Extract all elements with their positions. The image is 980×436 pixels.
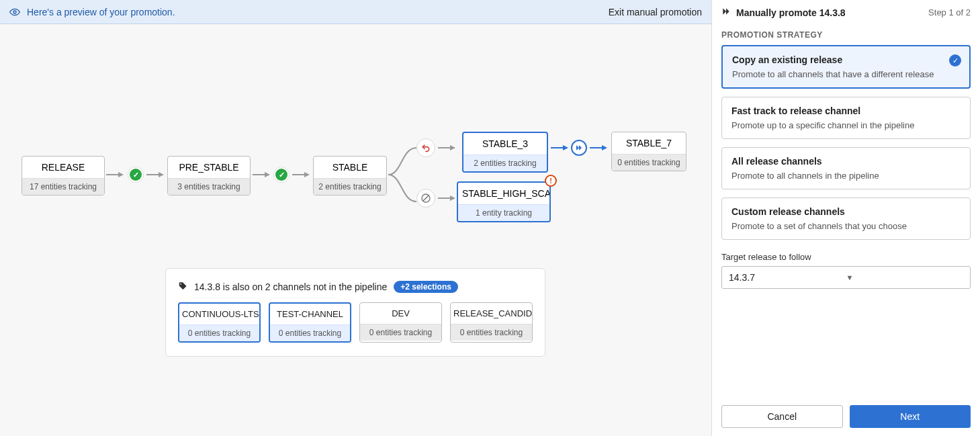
channel-chip-sub: 0 entities tracking [451, 324, 532, 341]
node-stable-3[interactable]: STABLE_3 2 entities tracking [462, 132, 548, 173]
target-release-value: 14.3.7 [729, 272, 846, 283]
node-stable-high-scale-name: STABLE_HIGH_SCALE [458, 183, 549, 204]
node-stable-7-name: STABLE_7 [612, 132, 686, 154]
strategy-option-desc: Promote to all channels that have a diff… [732, 69, 960, 79]
channel-chip-name: DEV [360, 303, 441, 324]
svg-marker-20 [450, 195, 455, 201]
svg-marker-6 [265, 172, 270, 177]
tag-icon [178, 281, 187, 293]
strategy-option-desc: Promote up to a specific channel in the … [731, 120, 961, 130]
node-release-sub: 17 entities tracking [22, 178, 104, 195]
node-pre-stable-sub: 3 entities tracking [168, 178, 250, 195]
target-release-label: Target release to follow [712, 240, 980, 266]
channel-chip-name: RELEASE_CANDIDATE [451, 303, 532, 324]
node-stable[interactable]: STABLE 2 entities tracking [313, 156, 387, 195]
svg-marker-16 [602, 145, 607, 150]
node-pre-stable-name: PRE_STABLE [168, 157, 250, 178]
strategy-option-title: All release channels [731, 156, 961, 167]
selections-badge: +2 selections [394, 281, 458, 293]
promotion-sidebar: Manually promote 14.3.8 Step 1 of 2 PROM… [711, 0, 980, 436]
node-stable-name: STABLE [314, 157, 386, 178]
channel-chip[interactable]: RELEASE_CANDIDATE0 entities tracking [450, 302, 533, 343]
svg-marker-22 [726, 8, 729, 14]
channel-chip-sub: 0 entities tracking [270, 324, 350, 341]
sidebar-title: Manually promote 14.3.8 [736, 7, 923, 18]
svg-point-0 [13, 11, 16, 13]
cancel-button[interactable]: Cancel [721, 405, 843, 428]
svg-marker-13 [576, 145, 579, 150]
svg-marker-4 [159, 172, 164, 177]
svg-marker-21 [723, 8, 726, 14]
node-stable-3-name: STABLE_3 [463, 133, 547, 155]
preview-banner: Here's a preview of your promotion. Exit… [0, 0, 711, 24]
no-entry-icon [416, 189, 435, 208]
extra-channels-box: 14.3.8 is also on 2 channels not in the … [165, 268, 545, 357]
strategy-option[interactable]: Custom release channelsPromote to a set … [721, 198, 971, 240]
strategy-option[interactable]: Copy an existing releasePromote to all c… [721, 45, 971, 89]
sidebar-step: Step 1 of 2 [928, 7, 971, 17]
channel-chip[interactable]: TEST-CHANNEL0 entities tracking [269, 302, 351, 343]
svg-marker-2 [118, 172, 124, 177]
channel-chip-name: TEST-CHANNEL [270, 304, 350, 324]
alert-icon: ! [545, 175, 557, 187]
banner-text: Here's a preview of your promotion. [27, 7, 609, 17]
strategy-option-title: Copy an existing release [732, 54, 960, 65]
strategy-option-desc: Promote to all channels in the pipeline [731, 171, 961, 181]
fast-forward-icon[interactable] [571, 140, 587, 156]
strategy-option-title: Custom release channels [731, 206, 961, 217]
extra-channels-header: 14.3.8 is also on 2 channels not in the … [194, 281, 387, 292]
svg-marker-10 [450, 145, 455, 150]
revert-icon[interactable] [416, 138, 435, 157]
node-stable-high-scale-sub: 1 entity tracking [458, 204, 549, 221]
svg-marker-14 [579, 145, 582, 150]
node-pre-stable[interactable]: PRE_STABLE 3 entities tracking [167, 156, 251, 195]
pipeline-canvas: RELEASE 17 entities tracking ✓ PRE_STABL… [0, 24, 711, 436]
check-icon: ✓ [949, 54, 961, 67]
fast-forward-icon [721, 7, 731, 18]
strategy-option-desc: Promote to a set of channels that you ch… [731, 221, 961, 231]
node-release[interactable]: RELEASE 17 entities tracking [21, 156, 105, 195]
strategy-option[interactable]: All release channelsPromote to all chann… [721, 147, 971, 189]
target-release-select[interactable]: 14.3.7 ▼ [721, 266, 971, 289]
node-stable-7-sub: 0 entities tracking [612, 154, 686, 171]
section-label: PROMOTION STRATEGY [712, 18, 980, 45]
node-stable-7[interactable]: STABLE_7 0 entities tracking [611, 132, 686, 171]
node-stable-3-sub: 2 entities tracking [463, 155, 547, 171]
channel-chip-name: CONTINUOUS-LTS [179, 304, 259, 324]
node-release-name: RELEASE [22, 157, 104, 178]
check-icon: ✓ [273, 167, 289, 183]
svg-marker-8 [304, 172, 310, 177]
strategy-option-title: Fast track to release channel [731, 105, 961, 116]
svg-line-18 [423, 195, 429, 201]
exit-manual-promotion-link[interactable]: Exit manual promotion [609, 7, 702, 17]
svg-marker-12 [563, 145, 568, 150]
channel-chip-sub: 0 entities tracking [179, 324, 259, 341]
channel-chip[interactable]: DEV0 entities tracking [359, 302, 442, 343]
eye-icon [9, 7, 20, 17]
next-button[interactable]: Next [850, 405, 971, 428]
channel-chip[interactable]: CONTINUOUS-LTS0 entities tracking [178, 302, 261, 343]
check-icon: ✓ [128, 167, 144, 183]
strategy-option[interactable]: Fast track to release channelPromote up … [721, 97, 971, 139]
node-stable-sub: 2 entities tracking [314, 178, 386, 195]
chevron-down-icon: ▼ [846, 273, 964, 281]
channel-chip-sub: 0 entities tracking [360, 324, 441, 341]
node-stable-high-scale[interactable]: STABLE_HIGH_SCALE 1 entity tracking [457, 181, 551, 222]
